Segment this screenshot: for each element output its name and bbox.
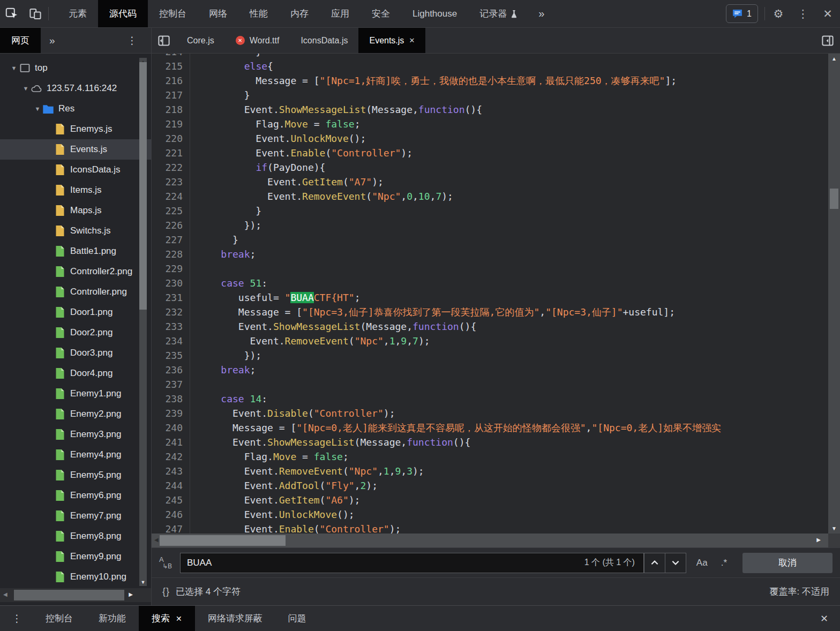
tree-item-Battle1.png[interactable]: Battle1.png [0, 241, 151, 261]
tab-page[interactable]: 网页 [0, 28, 41, 53]
panel-tab-应用[interactable]: 应用 [320, 0, 361, 27]
line-number[interactable]: 223 [152, 175, 190, 189]
expander-icon[interactable]: ▼ [32, 106, 43, 112]
code-line[interactable]: 223 Event.GetItem("A7"); [152, 175, 840, 189]
line-number[interactable]: 222 [152, 160, 190, 175]
line-number[interactable]: 231 [152, 290, 190, 305]
editor-vscroll-thumb[interactable] [830, 189, 838, 209]
tree-item-Res[interactable]: ▼Res [0, 99, 151, 119]
line-number[interactable]: 244 [152, 478, 190, 493]
code-line[interactable]: 219 Flag.Move = false; [152, 117, 840, 131]
line-number[interactable]: 218 [152, 102, 190, 117]
drawer-close-icon[interactable]: ✕ [808, 606, 840, 631]
editor-horizontal-scrollbar[interactable]: ◀ ▶ [152, 534, 840, 547]
line-number[interactable]: 246 [152, 507, 190, 522]
code-line[interactable]: 216 Message = ["[Npc=1,奸商]唉，勇士，我做的也是小本生意… [152, 73, 840, 88]
code-line[interactable]: 214 } [152, 54, 840, 59]
panel-tab-安全[interactable]: 安全 [361, 0, 401, 27]
tree-item-Enemy3.png[interactable]: Enemy3.png [0, 424, 151, 445]
line-number[interactable]: 221 [152, 146, 190, 160]
sidebar-hscroll-thumb[interactable] [14, 590, 124, 600]
tree-item-Switchs.js[interactable]: Switchs.js [0, 221, 151, 241]
device-toolbar-icon[interactable] [24, 0, 47, 27]
more-panels-button[interactable]: » [529, 0, 554, 27]
tree-item-Maps.js[interactable]: Maps.js [0, 200, 151, 221]
tree-item-Controller2.png[interactable]: Controller2.png [0, 261, 151, 282]
panel-tab-Lighthouse[interactable]: Lighthouse [401, 0, 468, 27]
kebab-menu-icon[interactable]: ⋮ [791, 0, 815, 27]
panel-tab-源代码[interactable]: 源代码 [98, 0, 148, 27]
editor-tab-Core.js[interactable]: Core.js [176, 28, 225, 53]
code-line[interactable]: 217 } [152, 88, 840, 102]
code-line[interactable]: 239 Event.Disable("Controller"); [152, 406, 840, 420]
toggle-debugger-sidebar-icon[interactable] [815, 28, 840, 53]
sidebar-vertical-scrollbar[interactable]: ▲▼ [139, 58, 147, 586]
code-line[interactable]: 244 Event.AddTool("Fly",2); [152, 478, 840, 493]
line-number[interactable]: 238 [152, 392, 190, 406]
line-number[interactable]: 219 [152, 117, 190, 131]
line-number[interactable]: 232 [152, 305, 190, 319]
inspect-element-icon[interactable] [0, 0, 24, 27]
editor-vertical-scrollbar[interactable]: ▲ ▼ [828, 54, 840, 534]
tree-item-Door1.png[interactable]: Door1.png [0, 302, 151, 322]
line-number[interactable]: 229 [152, 261, 190, 276]
panel-tab-记录器[interactable]: 记录器 [468, 0, 529, 27]
regex-toggle[interactable]: .* [718, 558, 730, 568]
cancel-button[interactable]: 取消 [742, 553, 832, 573]
code-line[interactable]: 233 Event.ShowMessageList(Message,functi… [152, 319, 840, 334]
panel-tab-控制台[interactable]: 控制台 [148, 0, 198, 27]
settings-gear-icon[interactable]: ⚙ [766, 0, 791, 27]
line-number[interactable]: 245 [152, 493, 190, 507]
tree-item-Door2.png[interactable]: Door2.png [0, 322, 151, 343]
scroll-left-icon[interactable]: ◀ [154, 537, 159, 543]
line-number[interactable]: 225 [152, 204, 190, 218]
drawer-tab-新功能[interactable]: 新功能 [86, 606, 139, 631]
editor-tab-Events.js[interactable]: Events.js✕ [358, 28, 425, 53]
tree-item-Enemy7.png[interactable]: Enemy7.png [0, 506, 151, 526]
code-line[interactable]: 226 }); [152, 218, 840, 232]
code-line[interactable]: 231 useful= "BUAACTF{HT"; [152, 290, 840, 305]
tree-item-Enemys.js[interactable]: Enemys.js [0, 119, 151, 139]
tree-item-Door4.png[interactable]: Door4.png [0, 363, 151, 384]
find-input[interactable]: BUAA 1 个 (共 1 个) [180, 553, 644, 573]
expander-icon[interactable]: ▼ [9, 65, 19, 71]
code-line[interactable]: 228 break; [152, 247, 840, 261]
code-line[interactable]: 241 Event.ShowMessageList(Message,functi… [152, 435, 840, 449]
tree-item-Enemy4.png[interactable]: Enemy4.png [0, 445, 151, 465]
drawer-tab-控制台[interactable]: 控制台 [33, 606, 86, 631]
scroll-up-icon[interactable]: ▲ [828, 56, 840, 62]
expander-icon[interactable]: ▼ [20, 85, 31, 92]
code-line[interactable]: 238 case 14: [152, 392, 840, 406]
drawer-kebab-icon[interactable]: ⋮ [0, 606, 33, 631]
close-tab-icon[interactable]: ✕ [176, 614, 182, 623]
line-number[interactable]: 236 [152, 363, 190, 377]
tree-item-Enemy1.png[interactable]: Enemy1.png [0, 384, 151, 404]
tree-item-Controller.png[interactable]: Controller.png [0, 282, 151, 302]
code-line[interactable]: 243 Event.RemoveEvent("Npc",1,9,3); [152, 464, 840, 478]
pretty-print-icon[interactable]: { } [162, 586, 168, 597]
scroll-right-icon[interactable]: ▶ [816, 537, 821, 543]
line-number[interactable]: 227 [152, 232, 190, 247]
scroll-down-icon[interactable]: ▼ [828, 525, 840, 531]
code-line[interactable]: 245 Event.GetItem("A6"); [152, 493, 840, 507]
code-line[interactable]: 234 Event.RemoveEvent("Npc",1,9,7); [152, 334, 840, 348]
match-case-toggle[interactable]: Aa [693, 558, 711, 568]
drawer-tab-问题[interactable]: 问题 [275, 606, 319, 631]
panel-tab-性能[interactable]: 性能 [238, 0, 279, 27]
tree-item-top[interactable]: ▼top [0, 58, 151, 78]
line-number[interactable]: 241 [152, 435, 190, 449]
scroll-right-icon[interactable]: ▶ [129, 591, 133, 597]
line-number[interactable]: 234 [152, 334, 190, 348]
line-number[interactable]: 237 [152, 377, 190, 392]
code-editor[interactable]: 214 }215 else{216 Message = ["[Npc=1,奸商]… [152, 54, 840, 547]
line-number[interactable]: 230 [152, 276, 190, 290]
code-line[interactable]: 242 Flag.Move = false; [152, 449, 840, 464]
tree-item-Enemy9.png[interactable]: Enemy9.png [0, 546, 151, 567]
navigator-kebab-icon[interactable]: ⋮ [122, 28, 151, 53]
issues-counter-button[interactable]: 1 [726, 4, 758, 23]
line-number[interactable]: 242 [152, 449, 190, 464]
sidebar-horizontal-scrollbar[interactable]: ◀ ▶ [0, 588, 151, 602]
line-number[interactable]: 228 [152, 247, 190, 261]
navigator-more-tabs-icon[interactable]: » [41, 28, 64, 53]
line-number[interactable]: 214 [152, 54, 190, 59]
